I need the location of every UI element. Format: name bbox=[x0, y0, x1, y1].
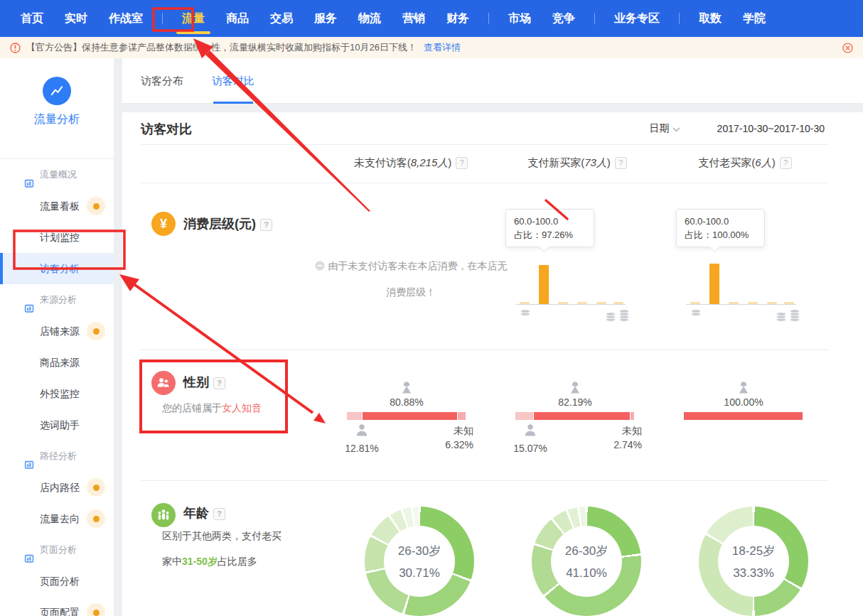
sidebar-title: 流量分析 bbox=[0, 112, 114, 127]
unknown-segment[interactable] bbox=[458, 412, 466, 420]
tooltip-share: 占比：97.26% bbox=[514, 228, 594, 242]
sidebar-item-计划监控[interactable]: 计划监控 bbox=[0, 222, 114, 253]
male-icon bbox=[523, 428, 537, 440]
new-badge bbox=[87, 197, 105, 215]
female-percent: 82.19% bbox=[504, 396, 646, 408]
female-segment[interactable] bbox=[534, 412, 630, 420]
help-icon[interactable]: ? bbox=[456, 157, 468, 169]
nav-item[interactable]: 服务 bbox=[314, 11, 337, 26]
help-icon[interactable]: ? bbox=[213, 508, 225, 520]
nav-item[interactable]: 竞争 bbox=[552, 11, 575, 26]
sidebar-item-页面配置[interactable]: 页面配置 bbox=[0, 597, 114, 616]
chart-tooltip: 60.0-100.0占比：97.26% bbox=[505, 209, 594, 247]
gender-bar bbox=[515, 412, 634, 420]
tab-访客对比[interactable]: 访客对比 bbox=[212, 58, 254, 104]
spend-bar[interactable] bbox=[520, 302, 530, 304]
new-badge bbox=[87, 509, 105, 528]
spend-bar[interactable] bbox=[577, 302, 587, 304]
tabs-bar: 访客分布访客对比 bbox=[122, 58, 863, 104]
spend-bar[interactable] bbox=[767, 302, 777, 304]
nav-item[interactable]: 作战室 bbox=[109, 11, 143, 26]
divider bbox=[141, 480, 829, 481]
spend-bar[interactable] bbox=[784, 302, 794, 304]
age-donut-未支付访客[interactable]: 26-30岁30.71% bbox=[365, 507, 474, 616]
spend-bar[interactable] bbox=[613, 302, 623, 304]
nav-item[interactable]: 取数 bbox=[699, 11, 722, 26]
spend-bar[interactable] bbox=[558, 302, 568, 304]
content-panel: 访客对比 日期 2017-10-30~2017-10-30 未支付访客(8,21… bbox=[122, 112, 863, 616]
sidebar-item-label: 计划监控 bbox=[40, 232, 80, 243]
nav-item[interactable]: 市场 bbox=[508, 11, 531, 26]
male-segment[interactable] bbox=[515, 412, 533, 420]
nav-item[interactable]: 交易 bbox=[270, 11, 293, 26]
date-range[interactable]: 2017-10-30~2017-10-30 bbox=[717, 123, 825, 134]
sidebar-item-label: 商品来源 bbox=[40, 357, 80, 368]
nav-item[interactable]: 物流 bbox=[358, 11, 381, 26]
spend-bar[interactable] bbox=[709, 264, 719, 304]
sidebar-item-流量看板[interactable]: 流量看板 bbox=[0, 190, 114, 222]
unknown-percent: 未知6.32% bbox=[424, 423, 473, 452]
column-header-未支付访客: 未支付访客(8,215人)? bbox=[333, 156, 489, 170]
nav-item[interactable]: 流量 bbox=[182, 11, 205, 26]
sidebar-item-访客分析[interactable]: 访客分析 bbox=[0, 253, 114, 284]
sidebar-item-外投监控[interactable]: 外投监控 bbox=[0, 378, 114, 409]
help-icon[interactable]: ? bbox=[780, 157, 792, 169]
date-dropdown[interactable]: 日期 bbox=[650, 122, 680, 135]
sidebar-header: 流量分析 bbox=[0, 77, 114, 159]
age-donut-支付新买家[interactable]: 26-30岁41.10% bbox=[532, 507, 641, 616]
help-icon[interactable]: ? bbox=[615, 157, 627, 169]
nav-item[interactable]: 业务专区 bbox=[614, 11, 660, 26]
spend-chart-old-buyers: 60.0-100.0占比：100.00% bbox=[686, 205, 800, 322]
sidebar-item-店铺来源[interactable]: 店铺来源 bbox=[0, 315, 114, 347]
tab-访客分布[interactable]: 访客分布 bbox=[141, 58, 183, 104]
sidebar-item-页面分析[interactable]: 页面分析 bbox=[0, 566, 114, 597]
low-spend-coin-icon bbox=[690, 308, 702, 316]
nav-item[interactable]: 商品 bbox=[226, 11, 249, 26]
nav-item[interactable]: 学院 bbox=[743, 11, 766, 26]
spend-bar[interactable] bbox=[729, 302, 739, 304]
male-segment[interactable] bbox=[347, 412, 362, 420]
high-spend-coins-icon bbox=[605, 308, 630, 322]
sidebar-item-label: 店铺来源 bbox=[40, 325, 80, 337]
help-icon[interactable]: ? bbox=[213, 377, 225, 389]
unknown-percent: 未知2.74% bbox=[592, 423, 642, 452]
page-title: 访客对比 bbox=[141, 121, 192, 138]
nav-item[interactable]: 实时 bbox=[65, 11, 87, 26]
sidebar-item-选词助手[interactable]: 选词助手 bbox=[0, 409, 114, 441]
help-icon[interactable]: ? bbox=[260, 219, 272, 231]
spend-bar[interactable] bbox=[539, 265, 549, 304]
nav-active-underline bbox=[176, 31, 210, 34]
notice-close-icon[interactable] bbox=[842, 43, 853, 53]
sidebar-item-label: 页面分析 bbox=[40, 576, 80, 587]
male-percent: 12.81% bbox=[337, 423, 387, 455]
column-header-支付新买家: 支付新买家(73人)? bbox=[499, 156, 655, 170]
sidebar-item-店内路径[interactable]: 店内路径 bbox=[0, 472, 114, 503]
chevron-down-icon bbox=[672, 127, 680, 132]
date-filter: 日期 2017-10-30~2017-10-30 bbox=[650, 122, 825, 135]
sidebar-group-路径分析: 路径分析 bbox=[0, 441, 114, 472]
sidebar-item-label: 流量看板 bbox=[40, 200, 80, 212]
notice-detail-link[interactable]: 查看详情 bbox=[424, 41, 461, 54]
female-percent: 100.00% bbox=[672, 396, 815, 408]
age-subtitle-line1: 区别于其他两类，支付老买 bbox=[162, 530, 282, 543]
unknown-segment[interactable] bbox=[631, 412, 634, 420]
sidebar-item-商品来源[interactable]: 商品来源 bbox=[0, 347, 114, 378]
nav-item[interactable]: 营销 bbox=[402, 11, 425, 26]
nav-item[interactable]: 首页 bbox=[21, 11, 43, 26]
age-subtitle-line2: 家中31-50岁占比居多 bbox=[162, 556, 257, 568]
female-segment[interactable] bbox=[363, 412, 457, 420]
top-nav: 首页实时作战室流量商品交易服务物流营销财务市场竞争业务专区取数学院 bbox=[0, 0, 863, 37]
tooltip-range: 60.0-100.0 bbox=[685, 215, 764, 228]
notice-bar: 【官方公告】保持生意参谋产品整体数据统一性，流量纵横实时收藏加购指标于10月26… bbox=[0, 37, 863, 58]
spend-bar[interactable] bbox=[596, 302, 606, 304]
high-spend-coins-icon bbox=[776, 308, 800, 322]
sidebar-item-流量去向[interactable]: 流量去向 bbox=[0, 503, 114, 534]
female-icon bbox=[400, 381, 414, 398]
sidebar-item-label: 店内路径 bbox=[40, 482, 80, 493]
age-donut-支付老买家[interactable]: 18-25岁33.33% bbox=[699, 507, 808, 616]
sidebar-item-label: 外投监控 bbox=[40, 388, 80, 399]
spend-bar[interactable] bbox=[748, 302, 758, 304]
spend-bar[interactable] bbox=[690, 302, 700, 304]
nav-item[interactable]: 财务 bbox=[446, 11, 469, 26]
female-segment[interactable] bbox=[684, 412, 803, 420]
